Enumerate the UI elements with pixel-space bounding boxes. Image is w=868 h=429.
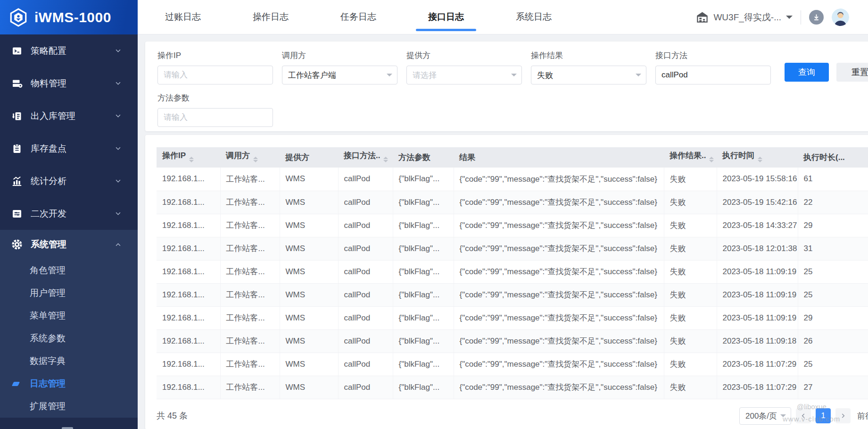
tab-system-log[interactable]: 系统日志 (504, 0, 564, 34)
tab-posting-log[interactable]: 过账日志 (153, 0, 213, 34)
chevron-up-icon (115, 241, 122, 248)
sidebar-item[interactable]: 库存盘点 (0, 132, 138, 165)
sort-icon[interactable] (758, 154, 762, 165)
next-page-button[interactable] (835, 408, 851, 423)
table-cell: 工作站客... (220, 214, 280, 237)
table-cell: 25 (798, 353, 868, 376)
table-cell: {"code":"99","message":"查找货架不足","success… (454, 329, 664, 353)
jump-to-page-label: 前往 (857, 411, 868, 421)
content: 操作IP调用方工作站客户端提供方请选择操作结果失败接口方法 查询 重置 方法参数 (138, 34, 868, 429)
table-row[interactable]: 192.168.1...工作站客...WMScallPod{"blkFlag".… (157, 376, 868, 399)
table-footer: 共 45 条 200条/页 1 前往 (157, 407, 868, 425)
sidebar-subitem[interactable]: 日志管理 (0, 372, 138, 395)
table-cell: 26 (798, 329, 868, 353)
sidebar-subitem[interactable]: 扩展管理 (0, 395, 138, 418)
sidebar-subitem[interactable]: 菜单管理 (0, 304, 138, 327)
sidebar-item-system-management[interactable]: 系统管理 (0, 230, 138, 259)
table-cell: callPod (338, 168, 393, 191)
filter-actions: 查询 重置 (785, 50, 868, 82)
table-row[interactable]: 192.168.1...工作站客...WMScallPod{"blkFlag".… (157, 260, 868, 283)
reset-button[interactable]: 重置 (836, 63, 868, 82)
chevron-down-icon (115, 112, 122, 119)
table-row[interactable]: 192.168.1...工作站客...WMScallPod{"blkFlag".… (157, 306, 868, 329)
table-cell: {"code":"99","message":"查找货架不足","success… (454, 237, 664, 260)
sidebar-subitem[interactable]: 角色管理 (0, 259, 138, 282)
column-header[interactable]: 操作结果.. (664, 147, 717, 168)
table-row[interactable]: 192.168.1...工作站客...WMScallPod{"blkFlag".… (157, 353, 868, 376)
table-cell: {"code":"99","message":"查找货架不足","success… (454, 168, 664, 191)
sidebar-item[interactable]: 物料管理 (0, 67, 138, 100)
table-cell: 工作站客... (220, 353, 280, 376)
chevron-down-icon (115, 47, 122, 54)
sidebar-subitem[interactable]: 数据字典 (0, 350, 138, 372)
page-size-value: 200条/页 (745, 411, 777, 421)
chevron-down-icon (115, 80, 122, 87)
method-params-input[interactable] (157, 108, 273, 127)
table-row[interactable]: 192.168.1...工作站客...WMScallPod{"blkFlag".… (157, 214, 868, 237)
table-cell: {"code":"99","message":"查找货架不足","success… (454, 376, 664, 399)
avatar[interactable] (832, 8, 849, 26)
table-cell: {"blkFlag"... (393, 214, 454, 237)
sidebar-item[interactable]: 二次开发 (0, 197, 138, 230)
topbar-right: WU3F_得实戊-... (696, 0, 849, 34)
column-header[interactable]: 操作IP (157, 147, 220, 168)
tab-task-log[interactable]: 任务日志 (328, 0, 389, 34)
inout-warehouse-icon (11, 110, 23, 122)
interface-method-input[interactable] (655, 66, 771, 84)
table-cell: callPod (338, 260, 393, 283)
operation-result-select[interactable]: 失败 (531, 66, 646, 84)
sidebar-subitem-label: 扩展管理 (30, 400, 66, 412)
operation-ip-input[interactable] (157, 66, 273, 84)
provider-select[interactable]: 请选择 (406, 66, 522, 84)
pagination: 200条/页 1 前往 (739, 407, 868, 425)
table-cell: 2023-05-18 12:01:38 (717, 237, 798, 260)
sidebar-subitem-label: 系统参数 (30, 332, 66, 345)
sort-icon[interactable] (383, 154, 388, 165)
table-row[interactable]: 192.168.1...工作站客...WMScallPod{"blkFlag".… (157, 237, 868, 260)
sort-icon[interactable] (253, 154, 258, 165)
download-button[interactable] (809, 10, 824, 25)
select-value: 请选择 (413, 70, 437, 81)
sidebar-subitem[interactable]: 用户管理 (0, 282, 138, 304)
prev-page-button[interactable] (796, 408, 811, 423)
sort-icon[interactable] (709, 154, 714, 165)
search-button[interactable]: 查询 (785, 63, 829, 82)
sidebar-item[interactable]: 出入库管理 (0, 100, 138, 132)
table-row[interactable]: 192.168.1...工作站客...WMScallPod{"blkFlag".… (157, 168, 868, 191)
filter-field: 接口方法 (655, 50, 771, 84)
strategy-config-icon (11, 45, 23, 57)
sidebar-subitem-label: 菜单管理 (30, 310, 66, 322)
station-selector[interactable]: WU3F_得实戊-... (696, 11, 793, 24)
table-cell: 2023-05-18 14:33:27 (717, 214, 798, 237)
table-row[interactable]: 192.168.1...工作站客...WMScallPod{"blkFlag".… (157, 329, 868, 353)
column-header[interactable]: 调用方 (220, 147, 280, 168)
page-size-select[interactable]: 200条/页 (739, 407, 791, 425)
table-row[interactable]: 192.168.1...工作站客...WMScallPod{"blkFlag".… (157, 283, 868, 306)
table-cell: {"code":"99","message":"查找货架不足","success… (454, 353, 664, 376)
caller-select[interactable]: 工作站客户端 (282, 66, 397, 84)
filter-field-label: 调用方 (282, 50, 397, 61)
main-area: 过账日志操作日志任务日志接口日志系统日志 WU3F_得实戊-... (138, 0, 868, 429)
table-body: 192.168.1...工作站客...WMScallPod{"blkFlag".… (157, 168, 868, 399)
total-count: 共 45 条 (157, 410, 188, 421)
table-cell: WMS (280, 376, 338, 399)
interface-log-table: 操作IP调用方提供方接口方法..方法参数结果操作结果..执行时间执行时长(...… (157, 147, 868, 399)
app-root: iWMS-1000 策略配置物料管理出入库管理库存盘点统计分析二次开发 系统管理… (0, 0, 868, 429)
chevron-down-icon (511, 74, 517, 79)
current-page-button[interactable]: 1 (816, 408, 831, 423)
sort-icon[interactable] (189, 154, 194, 165)
sidebar-collapse-icon[interactable] (62, 427, 73, 429)
sidebar-item[interactable]: 统计分析 (0, 165, 138, 197)
tab-operation-log[interactable]: 操作日志 (240, 0, 301, 34)
sidebar: iWMS-1000 策略配置物料管理出入库管理库存盘点统计分析二次开发 系统管理… (0, 0, 138, 429)
table-row[interactable]: 192.168.1...工作站客...WMScallPod{"blkFlag".… (157, 191, 868, 214)
column-header[interactable]: 执行时间 (717, 147, 798, 168)
sidebar-item-label: 策略配置 (31, 45, 66, 57)
column-header[interactable]: 接口方法.. (338, 147, 393, 168)
table-cell: 192.168.1... (157, 260, 220, 283)
sidebar-subitem-label: 日志管理 (30, 378, 66, 390)
sidebar-item[interactable]: 策略配置 (0, 34, 138, 67)
tab-interface-log[interactable]: 接口日志 (416, 0, 476, 34)
table-cell: WMS (280, 168, 338, 191)
sidebar-subitem[interactable]: 系统参数 (0, 327, 138, 350)
